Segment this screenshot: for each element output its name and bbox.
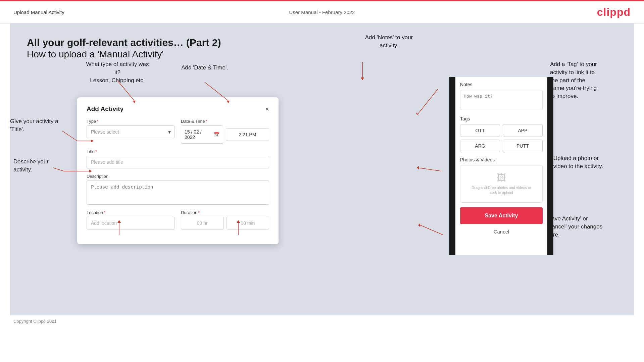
svg-marker-17 <box>416 112 419 116</box>
description-label: Description <box>87 174 269 179</box>
tag-arg[interactable]: ARG <box>460 140 500 152</box>
annotation-activity-type: What type of activity was it?Lesson, Chi… <box>84 60 151 84</box>
title-annot-text: Give your activity a'Title'. <box>10 117 65 134</box>
annotation-date-time: Add 'Date & Time'. <box>175 64 235 72</box>
datetime-group: Date & Time* 15 / 02 / 2022 📅 2:21 PM <box>181 119 269 144</box>
svg-line-16 <box>418 89 438 114</box>
type-datetime-row: Type* Please select ▾ Date & Time* 15 / … <box>87 119 269 144</box>
notes-text: Add 'Notes' to youractivity. <box>352 34 426 50</box>
top-bar: Upload Manual Activity User Manual - Feb… <box>0 1 644 23</box>
tag-putt[interactable]: PUTT <box>503 140 543 152</box>
annotation-title: Give your activity a'Title'. <box>10 117 65 134</box>
svg-line-18 <box>418 168 441 171</box>
tags-section: Tags OTT APP ARG PUTT <box>460 116 543 152</box>
page-title-bold: All your golf-relevant activities… (Part… <box>27 37 617 48</box>
copyright-text: Copyright Clippd 2021 <box>13 319 57 324</box>
description-group: Description <box>87 174 269 205</box>
modal-header: Add Activity × <box>87 105 269 113</box>
datetime-label: Date & Time* <box>181 119 269 124</box>
type-group: Type* Please select ▾ <box>87 119 175 144</box>
duration-hr-input[interactable] <box>181 217 224 229</box>
annotation-upload: Upload a photo orvideo to the activity. <box>553 154 627 170</box>
cancel-button[interactable]: Cancel <box>460 225 543 238</box>
duration-inputs <box>181 217 269 229</box>
save-cancel-text: 'Save Activity' or'Cancel' your changesh… <box>547 215 627 239</box>
upload-text: Drag and Drop photos and videos orclick … <box>467 185 536 196</box>
notes-section-label: Notes <box>460 82 543 87</box>
duration-min-input[interactable] <box>227 217 269 229</box>
title-form-label: Title* <box>87 149 269 154</box>
tag-text: Add a 'Tag' to youractivity to link it t… <box>550 60 627 100</box>
annotation-tag: Add a 'Tag' to youractivity to link it t… <box>550 60 627 100</box>
upload-box[interactable]: 🖼 Drag and Drop photos and videos orclic… <box>460 165 543 203</box>
annotation-notes: Add 'Notes' to youractivity. <box>352 34 426 50</box>
type-label: Type* <box>87 119 175 124</box>
manual-label: User Manual - February 2022 <box>289 9 355 15</box>
date-value: 15 / 02 / 2022 <box>185 129 210 140</box>
location-duration-row: Location* Duration* <box>87 210 269 229</box>
mobile-left-bar <box>449 77 455 255</box>
photos-section: Photos & Videos 🖼 Drag and Drop photos a… <box>460 157 543 203</box>
add-activity-modal: Add Activity × Type* Please select ▾ Dat… <box>77 97 279 244</box>
activity-type-text: What type of activity was it?Lesson, Chi… <box>84 60 151 84</box>
tags-label: Tags <box>460 116 543 121</box>
page-title-sub: How to upload a 'Manual Activity' <box>27 49 617 60</box>
location-group: Location* <box>87 210 175 229</box>
notes-textarea[interactable] <box>460 90 543 110</box>
tags-grid: OTT APP ARG PUTT <box>460 124 543 152</box>
modal-title: Add Activity <box>87 105 123 113</box>
svg-marker-15 <box>361 77 364 80</box>
page-label: Upload Manual Activity <box>13 9 64 15</box>
annotation-save-cancel: 'Save Activity' or'Cancel' your changesh… <box>547 215 627 239</box>
title-group: Title* <box>87 149 269 168</box>
time-input[interactable]: 2:21 PM <box>226 128 269 141</box>
mobile-panel-container: Notes Tags OTT APP ARG PUTT Photos & Vid… <box>449 77 553 255</box>
svg-marker-19 <box>417 166 419 169</box>
logo: clippd <box>597 6 631 18</box>
location-input[interactable] <box>87 217 175 229</box>
duration-label: Duration* <box>181 210 269 215</box>
type-select-wrapper: Please select ▾ <box>87 125 175 138</box>
type-select[interactable]: Please select <box>87 125 175 138</box>
save-activity-button[interactable]: Save Activity <box>460 207 543 224</box>
date-input[interactable]: 15 / 02 / 2022 📅 <box>181 125 223 144</box>
description-textarea[interactable] <box>87 180 269 205</box>
date-time-text: Add 'Date & Time'. <box>175 64 235 72</box>
calendar-icon: 📅 <box>214 132 219 137</box>
tag-app[interactable]: APP <box>503 124 543 137</box>
main-content: All your golf-relevant activities… (Part… <box>10 23 634 315</box>
annotation-describe: Describe youractivity. <box>13 158 65 174</box>
location-label: Location* <box>87 210 175 215</box>
title-input[interactable] <box>87 156 269 168</box>
upload-icon: 🖼 <box>467 172 536 183</box>
footer: Copyright Clippd 2021 <box>0 315 644 327</box>
datetime-inputs: 15 / 02 / 2022 📅 2:21 PM <box>181 125 269 144</box>
tag-ott[interactable]: OTT <box>460 124 500 137</box>
upload-text: Upload a photo orvideo to the activity. <box>553 154 627 170</box>
photos-label: Photos & Videos <box>460 157 543 162</box>
mobile-right-bar <box>547 77 553 255</box>
svg-marker-21 <box>418 223 420 227</box>
modal-close-button[interactable]: × <box>265 106 269 112</box>
describe-text: Describe youractivity. <box>13 158 65 174</box>
svg-line-20 <box>419 225 443 235</box>
duration-group: Duration* <box>181 210 269 229</box>
mobile-content: Notes Tags OTT APP ARG PUTT Photos & Vid… <box>455 77 547 255</box>
